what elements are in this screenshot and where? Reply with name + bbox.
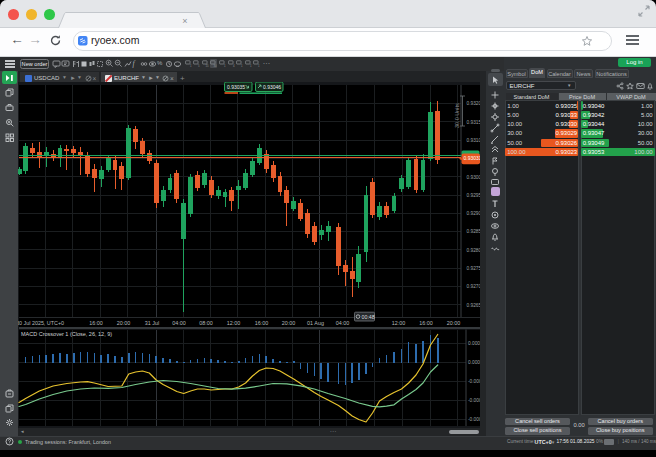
- svg-text:20:00: 20:00: [447, 320, 461, 326]
- svg-text:0.93031: 0.93031: [464, 155, 481, 161]
- svg-text:1: 1: [224, 64, 226, 67]
- svg-text:1: 1: [250, 64, 252, 67]
- svg-text:08:00: 08:00: [199, 320, 213, 326]
- svg-text:20:00: 20:00: [117, 320, 131, 326]
- svg-text:0.00020: 0.00020: [468, 341, 480, 346]
- svg-text:12:00: 12:00: [227, 320, 241, 326]
- svg-text:30: 30: [214, 64, 218, 67]
- svg-text:0.92800: 0.92800: [467, 248, 481, 253]
- svg-text:MACD Crossover 1 (Close, 26, 1: MACD Crossover 1 (Close, 26, 12, 9): [21, 331, 112, 337]
- svg-text:0.92700: 0.92700: [467, 284, 481, 289]
- svg-text:0.00000: 0.00000: [468, 360, 480, 365]
- svg-text:0.93035: 0.93035: [227, 84, 245, 90]
- svg-text:0.92750: 0.92750: [467, 266, 481, 271]
- svg-text:01 Aug: 01 Aug: [307, 320, 324, 326]
- svg-text:4: 4: [233, 64, 235, 67]
- svg-text:-0.00060: -0.00060: [468, 417, 480, 422]
- svg-text:0.93000: 0.93000: [467, 175, 481, 180]
- svg-text:15: 15: [205, 64, 209, 67]
- svg-text:00:48: 00:48: [362, 314, 375, 320]
- svg-text:0.92900: 0.92900: [467, 211, 481, 216]
- svg-text:0.93150: 0.93150: [467, 120, 481, 125]
- svg-text:-0.00040: -0.00040: [468, 398, 480, 403]
- svg-text:04:00: 04:00: [336, 320, 350, 326]
- svg-text:1: 1: [241, 64, 243, 67]
- svg-text:16:00: 16:00: [89, 320, 103, 326]
- svg-text:1: 1: [258, 64, 260, 67]
- svg-text:16:00: 16:00: [255, 320, 269, 326]
- svg-text:-0.00020: -0.00020: [468, 379, 480, 384]
- svg-text:30.0 Units: 30.0 Units: [454, 103, 460, 128]
- svg-text:0.92650: 0.92650: [467, 303, 481, 308]
- svg-text:0.92850: 0.92850: [467, 229, 481, 234]
- svg-text:04:00: 04:00: [172, 320, 186, 326]
- svg-text:12:00: 12:00: [392, 320, 406, 326]
- svg-text:31 Jul: 31 Jul: [145, 320, 159, 326]
- svg-text:5: 5: [198, 64, 200, 67]
- svg-text:1: 1: [190, 64, 192, 67]
- svg-text:0.93100: 0.93100: [467, 138, 481, 143]
- svg-text:30 Jul 2025, UTC+0: 30 Jul 2025, UTC+0: [18, 320, 64, 326]
- svg-text:0.92950: 0.92950: [467, 193, 481, 198]
- svg-text:20:00: 20:00: [282, 320, 296, 326]
- svg-text:0.93200: 0.93200: [467, 101, 481, 106]
- svg-text:0.93046: 0.93046: [263, 84, 281, 90]
- svg-text:16:00: 16:00: [419, 320, 433, 326]
